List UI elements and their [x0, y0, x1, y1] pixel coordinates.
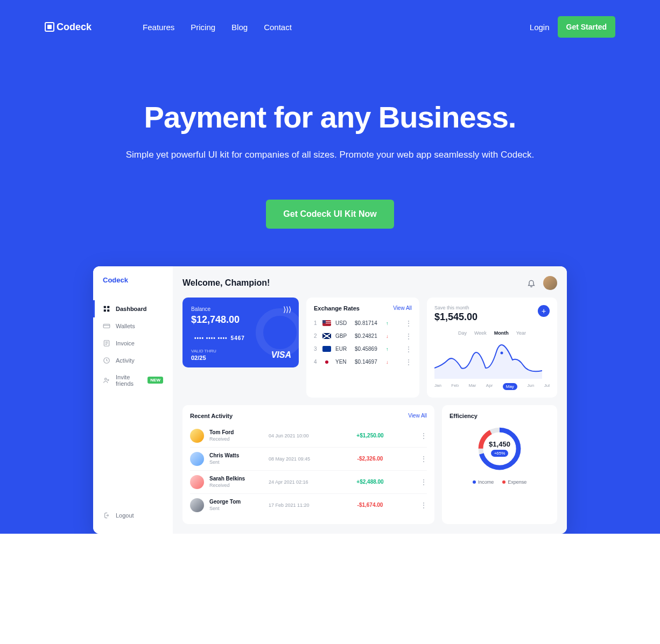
rate-index: 4: [314, 359, 318, 365]
rate-index: 2: [314, 333, 318, 339]
hero-cta-button[interactable]: Get Codeck UI Kit Now: [266, 200, 394, 229]
more-icon[interactable]: ⋮: [420, 455, 427, 463]
more-icon[interactable]: ⋮: [420, 478, 427, 486]
dashboard-brand: Codeck: [93, 276, 173, 284]
activity-row: Tom FordReceived04 Jun 2021 10:00+$1,250…: [190, 424, 427, 448]
rate-currency: USD: [335, 320, 350, 326]
add-button[interactable]: +: [538, 305, 550, 317]
sidebar-label: Activity: [116, 357, 135, 364]
period-tab[interactable]: Day: [458, 330, 467, 336]
nav-pricing[interactable]: Pricing: [191, 23, 215, 32]
more-icon[interactable]: ⋮: [405, 358, 412, 366]
flag-icon: [322, 346, 331, 352]
period-tab[interactable]: Year: [516, 330, 526, 336]
sidebar-item-invite[interactable]: Invite friends NEW: [93, 369, 173, 392]
rate-value: $0.81714: [355, 320, 382, 326]
activity-view-all-link[interactable]: View All: [408, 413, 427, 419]
activity-type: Received: [209, 436, 263, 442]
activity-type: Received: [209, 483, 263, 488]
sidebar-item-logout[interactable]: Logout: [93, 507, 173, 524]
nav-features[interactable]: Features: [143, 23, 174, 32]
svg-point-7: [105, 378, 107, 380]
savings-chart: [434, 341, 542, 379]
flag-icon: [322, 333, 331, 339]
rate-currency: EUR: [335, 346, 350, 352]
login-link[interactable]: Login: [530, 23, 550, 32]
dashboard-preview: Codeck Dashboard Wallets Invoice Activit…: [93, 266, 567, 534]
recent-activity-card: Recent Activity View All Tom FordReceive…: [182, 405, 434, 524]
legend-income: Income: [473, 479, 494, 485]
svg-rect-0: [104, 306, 106, 308]
top-nav: Codeck Features Pricing Blog Contact Log…: [45, 16, 615, 38]
sidebar-item-invoice[interactable]: Invoice: [93, 335, 173, 352]
wallet-icon: [103, 322, 110, 330]
new-badge: NEW: [148, 377, 163, 384]
trend-down-icon: ↓: [386, 359, 389, 365]
month-tab[interactable]: May: [503, 383, 517, 390]
month-tab[interactable]: Jun: [527, 383, 534, 390]
activity-amount: -$2,326.00: [357, 456, 383, 462]
get-started-button[interactable]: Get Started: [558, 16, 615, 38]
period-tab[interactable]: Week: [474, 330, 487, 336]
more-icon[interactable]: ⋮: [420, 501, 427, 509]
rate-currency: GBP: [335, 333, 350, 339]
activity-title: Recent Activity: [190, 413, 233, 419]
efficiency-donut: $1,450 +65%: [475, 424, 524, 473]
invoice-icon: [103, 339, 110, 347]
sidebar-item-wallets[interactable]: Wallets: [93, 317, 173, 335]
month-tab[interactable]: Jul: [544, 383, 550, 390]
sidebar-label: Invite friends: [116, 374, 142, 387]
exchange-rates-title: Exchange Rates: [314, 305, 360, 312]
activity-row: Sarah BelkinsReceived24 Apr 2021 02:16+$…: [190, 471, 427, 494]
efficiency-title: Efficiency: [450, 413, 550, 419]
save-month-card: + Save this month $1,545.00 DayWeekMonth…: [427, 298, 557, 398]
trend-down-icon: ↓: [386, 334, 389, 339]
activity-avatar: [190, 498, 204, 512]
rate-currency: YEN: [335, 359, 350, 365]
nav-blog[interactable]: Blog: [231, 23, 248, 32]
rate-index: 1: [314, 320, 318, 326]
card-brand: VISA: [271, 350, 291, 360]
svg-rect-2: [104, 309, 106, 312]
rate-value: $0.14697: [355, 359, 382, 365]
rate-row: 3EUR$0.45869↑⋮: [314, 343, 412, 356]
sidebar-label: Wallets: [116, 323, 135, 329]
sidebar-item-dashboard[interactable]: Dashboard: [93, 300, 173, 317]
rates-view-all-link[interactable]: View All: [393, 305, 412, 311]
balance-card: ⟩⟩⟩ Balance $12,748.00 •••• •••• ••••546…: [182, 298, 299, 367]
rate-row: 4YEN$0.14697↓⋮: [314, 356, 412, 369]
efficiency-value: $1,450: [489, 440, 510, 448]
activity-name: Tom Ford: [209, 429, 263, 435]
hero-title: Payment for any Business.: [16, 100, 644, 135]
more-icon[interactable]: ⋮: [405, 332, 412, 340]
month-tab[interactable]: Jan: [434, 383, 441, 390]
nav-contact[interactable]: Contact: [264, 23, 292, 32]
activity-avatar: [190, 429, 204, 443]
activity-amount: +$2,488.00: [356, 479, 383, 485]
trend-up-icon: ↑: [386, 321, 389, 326]
month-tab[interactable]: Mar: [469, 383, 476, 390]
sidebar-item-activity[interactable]: Activity: [93, 352, 173, 369]
month-tab[interactable]: Apr: [486, 383, 493, 390]
svg-rect-1: [107, 306, 109, 308]
sidebar: Codeck Dashboard Wallets Invoice Activit…: [93, 266, 173, 534]
more-icon[interactable]: ⋮: [405, 320, 412, 327]
rate-value: $0.45869: [355, 346, 382, 352]
activity-name: Sarah Belkins: [209, 476, 263, 482]
activity-type: Sent: [209, 459, 263, 465]
activity-amount: +$1,250.00: [356, 433, 383, 438]
user-avatar[interactable]: [543, 276, 557, 290]
brand-logo[interactable]: Codeck: [45, 22, 92, 33]
more-icon[interactable]: ⋮: [405, 345, 412, 353]
period-tab[interactable]: Month: [494, 330, 509, 336]
activity-date: 24 Apr 2021 02:16: [269, 479, 320, 485]
month-tab[interactable]: Feb: [451, 383, 459, 390]
more-icon[interactable]: ⋮: [420, 432, 427, 440]
welcome-heading: Welcome, Champion!: [182, 278, 270, 288]
bell-icon[interactable]: [527, 279, 536, 287]
period-tabs: DayWeekMonthYear: [434, 330, 550, 336]
activity-avatar: [190, 452, 204, 466]
dashboard-icon: [103, 305, 110, 313]
svg-rect-4: [103, 324, 110, 328]
activity-row: Chris WattsSent08 May 2021 09:45-$2,326.…: [190, 448, 427, 471]
